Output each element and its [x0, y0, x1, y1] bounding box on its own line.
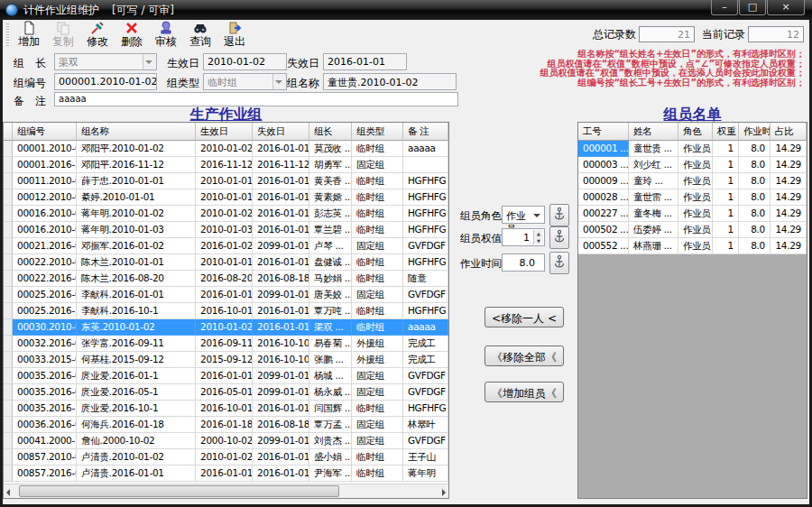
row-header[interactable] — [4, 466, 13, 482]
table-row[interactable]: 000028 ...童世雷 ...作业员18.014.29 — [578, 189, 807, 206]
horizontal-scrollbar[interactable] — [4, 484, 448, 498]
row-header[interactable] — [4, 254, 13, 271]
leader-combobox[interactable]: 渠双 — [54, 53, 157, 70]
table-row[interactable]: 00035.2016-05-1庹业爱.2016-05-12016-05-0120… — [4, 384, 448, 401]
cell: 8.0 — [739, 238, 770, 254]
table-row[interactable]: 00030.2010-0...东英.2010-01-022010-01-0220… — [4, 319, 448, 336]
search-button[interactable]: 查询 — [183, 21, 217, 50]
exit-button[interactable]: 退出 — [217, 21, 252, 50]
table-row[interactable]: 00857.2010-0...卢清贵.2010-01-022010-01-022… — [4, 449, 448, 466]
table-row[interactable]: 00021.2016-0...邓振军.2016-01-022016-01-022… — [4, 238, 448, 254]
row-header[interactable] — [4, 303, 13, 319]
table-row[interactable]: 00001.2016-1...邓阳平.2016-11-122016-11-122… — [4, 157, 448, 173]
column-header[interactable]: 作业时 — [739, 123, 770, 141]
column-header[interactable]: 权重 — [713, 123, 739, 141]
column-header[interactable]: 组类型 — [352, 123, 403, 141]
table-row[interactable]: 00035.2016-01-1庹业爱.2016-01-12016-01-0120… — [4, 368, 448, 384]
copy-button[interactable]: 复制 — [46, 21, 80, 50]
remark-field[interactable]: aaaaa — [54, 92, 458, 106]
apply-role-button[interactable] — [549, 204, 569, 226]
spinner-arrows-icon[interactable]: ▲▼ — [533, 230, 543, 244]
delete-button[interactable]: 删除 — [115, 21, 149, 50]
table-row[interactable]: 00022.2010-0...陈木兰.2010-01-012010-01-012… — [4, 254, 448, 271]
table-row[interactable]: 00041.2000-1...詹仙.2000-10-022000-10-0220… — [4, 433, 448, 449]
row-header[interactable] — [4, 157, 13, 173]
row-header[interactable] — [4, 287, 13, 303]
member-role-combobox[interactable]: 作业员 — [502, 206, 545, 224]
table-row[interactable]: 00035.2016-10-1庹业爱.2016-10-12016-10-0120… — [4, 401, 448, 417]
column-header[interactable]: 姓名 — [629, 123, 678, 141]
column-header[interactable]: 备 注 — [403, 123, 448, 141]
end-date-field[interactable]: 2016-01-01 — [323, 53, 407, 70]
edit-button[interactable]: 修改 — [80, 21, 115, 50]
row-header[interactable] — [4, 222, 13, 238]
work-time-field[interactable]: 8.0 — [502, 254, 545, 272]
maximize-button[interactable]: □ — [739, 0, 766, 15]
scroll-right-arrow[interactable] — [434, 485, 448, 498]
minimize-button[interactable]: – — [711, 0, 738, 15]
apply-weight-button[interactable] — [549, 226, 569, 249]
table-row[interactable]: 000001 ...童世贵 ...作业员18.014.29 — [578, 141, 807, 157]
column-header[interactable]: 工号 — [578, 123, 629, 141]
add-member-button[interactable]: 《增加组员《 — [484, 382, 564, 402]
row-header[interactable] — [4, 368, 13, 384]
row-header[interactable] — [4, 384, 13, 401]
add-button[interactable]: 增加 — [12, 21, 46, 50]
cell: 2016-01-01 — [253, 449, 309, 466]
group-code-field[interactable]: 000001.2010-01-02 — [54, 73, 157, 90]
row-header[interactable] — [4, 189, 13, 206]
table-row[interactable]: 00025.2016-10-1李献科.2016-10-12016-10-0120… — [4, 303, 448, 319]
row-header[interactable] — [4, 336, 13, 352]
scrollbar-thumb[interactable] — [19, 485, 339, 497]
table-row[interactable]: 00857.2016-0...卢清贵.2016-01-012016-01-012… — [4, 466, 448, 482]
table-row[interactable]: 000552 ...林燕珊 ...作业员18.014.29 — [578, 238, 807, 254]
table-row[interactable]: 000003 ...刘少红 ...作业员18.014.29 — [578, 157, 807, 173]
table-row[interactable]: 000227 ...童冬梅 ...作业员18.014.29 — [578, 206, 807, 222]
row-header[interactable] — [4, 433, 13, 449]
group-type-combobox[interactable]: 临时组 — [203, 73, 287, 90]
column-header[interactable]: 组名称 — [77, 123, 196, 141]
column-header[interactable]: 失效日 — [253, 123, 309, 141]
audit-button[interactable]: 审核 — [149, 21, 183, 50]
cell: 邓振军.2016-01-02 — [77, 238, 196, 254]
table-row[interactable]: 00016.2010-0...蒋年明.2010-01-022010-01-022… — [4, 206, 448, 222]
row-header[interactable] — [4, 173, 13, 189]
table-row[interactable]: 00016.2010-0...蒋年明.2010-01-032010-01-032… — [4, 222, 448, 238]
table-row[interactable]: 000009 ...童玲 ...作业员18.014.29 — [578, 173, 807, 189]
start-date-field[interactable]: 2010-01-02 — [203, 53, 287, 70]
remove-one-button[interactable]: <移除一人 < — [484, 307, 564, 327]
column-header[interactable]: 组编号 — [13, 123, 77, 141]
apply-time-button[interactable] — [549, 252, 569, 274]
table-row[interactable]: 00033.2015-0...何基桂.2015-09-122015-09-122… — [4, 352, 448, 368]
row-header[interactable] — [4, 401, 13, 417]
row-header[interactable] — [4, 449, 13, 466]
table-row[interactable]: 00032.2016-0...张学富.2016-09-112016-09-112… — [4, 336, 448, 352]
table-row[interactable]: 00036.2016-0...何海兵.2016-01-182016-01-182… — [4, 417, 448, 433]
cell: HGFHFG — [403, 254, 448, 271]
cell: 作业员 — [678, 238, 713, 254]
row-header[interactable] — [4, 352, 13, 368]
column-header[interactable]: 角色 — [678, 123, 713, 141]
row-header[interactable] — [4, 417, 13, 433]
table-row[interactable]: 00022.2016-0...陈木兰.2016-08-202016-08-202… — [4, 271, 448, 287]
row-header[interactable] — [4, 206, 13, 222]
group-name-field[interactable]: 童世贵.2010-01-02 — [323, 73, 457, 90]
remove-all-button[interactable]: 《移除全部《 — [484, 346, 564, 366]
row-header[interactable] — [4, 319, 13, 336]
column-header[interactable]: 生效日 — [196, 123, 253, 141]
scroll-left-arrow[interactable] — [4, 485, 18, 498]
table-header-row: 组编号组名称生效日失效日组长组类型备 注 — [4, 123, 448, 141]
column-header[interactable]: 组长 — [309, 123, 352, 141]
member-weight-stepper[interactable]: 1 ▲▼ — [502, 228, 545, 246]
table-row[interactable]: 00012.2010-0...綦婷.2010-01-012010-01-0120… — [4, 189, 448, 206]
table-row[interactable]: 00025.2016-0...李献科.2016-01-012016-01-012… — [4, 287, 448, 303]
column-header[interactable]: 占比 — [770, 123, 807, 141]
row-header[interactable] — [4, 141, 13, 157]
edit-icon — [90, 21, 105, 35]
close-button[interactable]: × — [767, 0, 805, 15]
table-row[interactable]: 00011.2010-0...薛于忠.2010-01-012010-01-012… — [4, 173, 448, 189]
table-row[interactable]: 000502 ...伍委婷 ...作业员18.014.29 — [578, 222, 807, 238]
row-header[interactable] — [4, 238, 13, 254]
table-row[interactable]: 00001.2010-0...邓阳平.2010-01-022010-01-022… — [4, 141, 448, 157]
row-header[interactable] — [4, 271, 13, 287]
